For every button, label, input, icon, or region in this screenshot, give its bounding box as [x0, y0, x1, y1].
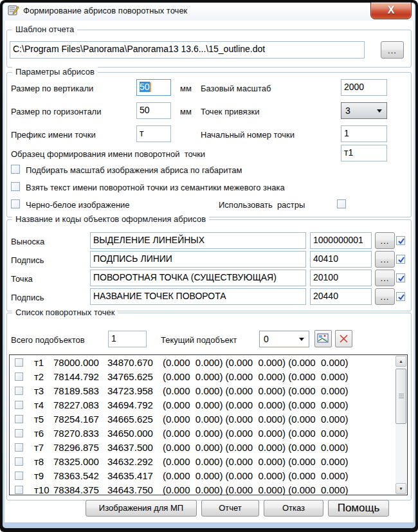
sample-name-input[interactable]: т1 [341, 145, 387, 161]
point-checkbox[interactable] [15, 401, 23, 409]
images-for-mp-button[interactable]: Изображения для МП [86, 500, 197, 517]
object-code-input[interactable]: 1000000001 [310, 232, 372, 249]
scroll-down-icon[interactable]: ▼ [395, 483, 406, 494]
point-checkbox[interactable] [15, 486, 23, 494]
object-name-input[interactable]: ПОВОРОТНАЯ ТОЧКА (СУЩЕСТВУЮЩАЯ) [90, 270, 306, 286]
object-code-input[interactable]: 20440 [310, 288, 372, 305]
take-text-checkbox[interactable] [11, 182, 20, 191]
group-report-template-label: Шаблон отчета [12, 24, 77, 34]
prefix-input[interactable]: т [136, 125, 171, 142]
base-scale-input[interactable]: 2000 [341, 79, 387, 96]
dialog-window: Формирование абрисов поворотных точек X … [0, 0, 418, 532]
take-text-checkbox-label: Взять текст имени поворотной точки из се… [26, 183, 285, 192]
size-horizontal-input[interactable]: 50 [136, 102, 171, 119]
object-row-label: Подпись [11, 293, 44, 302]
scrollbar[interactable]: ▲ ▼ [395, 356, 406, 494]
anchor-points-label: Точек привязки [201, 107, 259, 116]
image-tool-button[interactable] [314, 330, 332, 347]
object-row-label: Точка [11, 274, 33, 284]
point-row[interactable]: т678270.83334650.000(0.000 0.000) (0.000… [10, 427, 407, 441]
point-row[interactable]: т778296.87534637.500(0.000 0.000) (0.000… [10, 441, 407, 455]
size-vertical-input[interactable]: 50 [136, 79, 171, 96]
point-row[interactable]: т1078384.37534643.750(0.000 0.000) (0.00… [10, 483, 407, 495]
point-checkbox[interactable] [15, 429, 23, 437]
point-checkbox[interactable] [15, 415, 23, 423]
bw-image-checkbox[interactable] [11, 199, 20, 208]
window-title: Формирование абрисов поворотных точек [23, 6, 187, 15]
point-row[interactable]: т378189.58334723.958(0.000 0.000) (0.000… [10, 384, 407, 398]
template-path-input[interactable]: C:\Program Files\Panorama\Panorama13 13.… [10, 41, 365, 59]
prefix-label: Префикс имени точки [11, 130, 96, 140]
point-row[interactable]: т278144.79234765.625(0.000 0.000) (0.000… [10, 370, 407, 384]
object-browse-button[interactable]: ... [375, 232, 395, 249]
total-subobjects-label: Всего подобъектов [11, 335, 85, 345]
object-enabled-checkbox[interactable] [396, 236, 405, 245]
group-params-label: Параметры абрисов [12, 67, 98, 77]
cancel-button[interactable]: Отказ [264, 500, 323, 517]
delete-button[interactable] [335, 330, 352, 347]
help-button[interactable]: Помощь [328, 500, 389, 517]
point-checkbox[interactable] [15, 472, 23, 480]
point-checkbox[interactable] [15, 387, 23, 395]
current-subobject-label: Текущий подобъект [161, 335, 237, 345]
anchor-points-dropdown[interactable]: 3 [341, 102, 387, 119]
image-icon [317, 333, 329, 344]
size-vertical-unit: мм [180, 84, 192, 93]
check-icon [397, 293, 405, 301]
scroll-thumb[interactable] [395, 369, 406, 424]
object-browse-button[interactable]: ... [375, 270, 395, 286]
close-button[interactable]: X [370, 2, 412, 19]
point-row[interactable]: т578254.16734665.625(0.000 0.000) (0.000… [10, 412, 407, 427]
check-icon [397, 275, 405, 282]
bw-image-checkbox-label: Черно-белое изображение [26, 200, 130, 210]
point-checkbox[interactable] [15, 457, 23, 466]
points-list[interactable]: т178000.00034870.670(0.000 0.000) (0.000… [9, 354, 408, 495]
point-checkbox[interactable] [15, 443, 23, 452]
use-rasters-label: Использовать растры [219, 200, 305, 210]
chevron-down-icon [377, 109, 382, 113]
report-button[interactable]: Отчет [201, 500, 259, 517]
object-row-label: Подпись [11, 255, 44, 265]
point-checkbox[interactable] [15, 372, 23, 381]
check-icon [397, 256, 405, 264]
point-row[interactable]: т178000.00034870.670(0.000 0.000) (0.000… [10, 356, 407, 370]
delete-x-icon [339, 334, 349, 344]
object-code-input[interactable]: 20100 [310, 270, 372, 286]
object-browse-button[interactable]: ... [375, 288, 395, 305]
use-rasters-checkbox[interactable] [337, 199, 346, 208]
object-enabled-checkbox[interactable] [396, 292, 405, 301]
current-subobject-dropdown[interactable]: 0 [259, 331, 309, 347]
point-row[interactable]: т878325.00034632.292(0.000 0.000) (0.000… [10, 455, 407, 469]
object-code-input[interactable]: 40410 [310, 251, 372, 268]
point-row[interactable]: т478227.08334694.792(0.000 0.000) (0.000… [10, 398, 407, 412]
template-browse-button[interactable]: ... [381, 41, 404, 59]
chevron-down-icon [299, 338, 304, 341]
start-number-input[interactable]: 1 [341, 125, 387, 142]
size-horizontal-label: Размер по горизонтали [11, 107, 101, 116]
object-browse-button[interactable]: ... [375, 251, 395, 268]
object-name-input[interactable]: ВЫДЕЛЕНИЕ ЛИНЕЙНЫХ [90, 232, 306, 249]
app-icon [8, 5, 19, 15]
point-checkbox[interactable] [15, 358, 23, 367]
group-points-label: Список поворотных точек [12, 307, 118, 317]
sample-name-label: Образец формирования имени поворотной то… [11, 149, 205, 159]
object-row-label: Выноска [11, 237, 44, 246]
start-number-label: Начальный номер точки [201, 130, 295, 140]
check-icon [397, 237, 405, 245]
scroll-up-icon[interactable]: ▲ [395, 356, 406, 367]
base-scale-label: Базовый масштаб [201, 84, 271, 93]
fit-scale-checkbox[interactable] [11, 165, 20, 174]
object-enabled-checkbox[interactable] [396, 273, 405, 282]
object-enabled-checkbox[interactable] [396, 255, 405, 264]
fit-scale-checkbox-label: Подбирать масштаб изображения абриса по … [26, 165, 242, 175]
size-horizontal-unit: мм [180, 107, 192, 116]
total-subobjects-input[interactable]: 1 [108, 331, 147, 347]
object-name-input[interactable]: НАЗВАНИЕ ТОЧЕК ПОВОРОТА [90, 288, 306, 305]
text-caret [150, 82, 151, 92]
group-objects-label: Название и коды объектов оформления абри… [12, 214, 209, 224]
size-vertical-label: Размер по вертикали [11, 84, 93, 93]
point-row[interactable]: т978363.54234635.417(0.000 0.000) (0.000… [10, 469, 407, 483]
object-name-input[interactable]: ПОДПИСЬ ЛИНИИ [90, 251, 306, 268]
